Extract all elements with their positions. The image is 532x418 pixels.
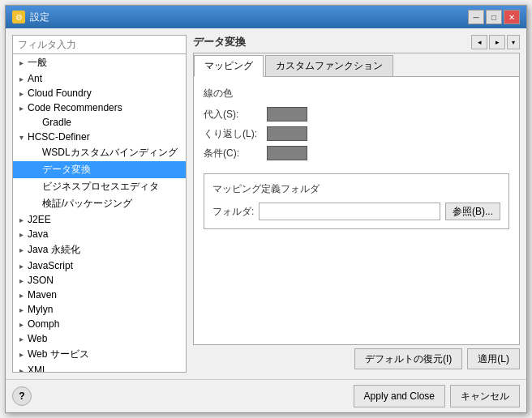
apply-button[interactable]: 適用(L) — [467, 348, 520, 369]
browse-button[interactable]: 参照(B)... — [445, 203, 500, 220]
maximize-button[interactable]: □ — [486, 10, 502, 24]
tree-label-coderecommenders: Code Recommenders — [28, 102, 122, 113]
tree-item-wsdl[interactable]: WSDLカスタムバインディング — [13, 144, 186, 161]
color-box-assignment[interactable] — [267, 107, 307, 122]
tree-label-oomph: Oomph — [28, 318, 59, 330]
tree-item-oomph[interactable]: ▸Oomph — [13, 317, 186, 331]
tree-arrow-javaeizouka: ▸ — [16, 245, 26, 254]
tree-arrow-coderecommenders: ▸ — [16, 104, 26, 113]
tree-arrow-xml: ▸ — [16, 366, 26, 373]
folder-section-title: マッピング定義フォルダ — [212, 182, 500, 196]
tab-mapping[interactable]: マッピング — [194, 55, 264, 77]
tree-label-webservice: Web サービス — [28, 348, 89, 361]
tree-arrow-ant: ▸ — [16, 75, 26, 83]
color-section: 線の色 代入(S):くり返し(L):条件(C): — [204, 87, 509, 160]
folder-section: マッピング定義フォルダ フォルダ: 参照(B)... — [204, 173, 509, 229]
tree-label-dataconv: データ変換 — [42, 163, 91, 177]
color-label-assignment: 代入(S): — [204, 108, 260, 122]
color-row-condition: 条件(C): — [204, 146, 509, 160]
nav-dropdown-button[interactable]: ▾ — [507, 35, 520, 49]
folder-row: フォルダ: 参照(B)... — [212, 203, 500, 220]
tree-label-javascript: JavaScript — [28, 260, 73, 271]
tree-label-hcsc: HCSC-Definer — [28, 131, 90, 143]
tree-arrow-j2ee: ▸ — [16, 215, 26, 224]
tree-item-maven[interactable]: ▸Maven — [13, 288, 186, 302]
tree-item-ant[interactable]: ▸Ant — [13, 71, 186, 86]
restore-defaults-button[interactable]: デフォルトの復元(I) — [354, 348, 462, 369]
section-title: データ変換 — [193, 35, 246, 49]
nav-back-button[interactable]: ◂ — [471, 35, 487, 49]
tree-label-java: Java — [28, 228, 48, 240]
tree-label-json: JSON — [28, 275, 54, 286]
title-buttons: ─ □ ✕ — [468, 10, 520, 24]
tree-item-web[interactable]: ▸Web — [13, 331, 186, 346]
cancel-button[interactable]: キャンセル — [450, 385, 520, 407]
nav-forward-button[interactable]: ▸ — [489, 35, 505, 49]
tree-label-web: Web — [28, 333, 47, 344]
tree-item-dataconv[interactable]: データ変換 — [13, 161, 186, 178]
tree-item-bizproc[interactable]: ビジネスプロセスエディタ — [13, 178, 186, 195]
tree-label-javaeizouka: Java 永続化 — [28, 243, 80, 257]
tree-arrow-cloudfoundry: ▸ — [16, 89, 26, 98]
tree-arrow-java: ▸ — [16, 230, 26, 239]
window-title: 設定 — [30, 11, 49, 24]
tree-label-wsdl: WSDLカスタムバインディング — [42, 146, 178, 160]
bottom-buttons-right: デフォルトの復元(I) 適用(L) — [193, 345, 520, 373]
tree-item-hcsc[interactable]: ▾HCSC-Definer — [13, 130, 186, 144]
tree-item-xml[interactable]: ▸XML — [13, 363, 186, 372]
close-button[interactable]: ✕ — [504, 10, 520, 24]
folder-input[interactable] — [259, 203, 440, 220]
tree-item-gradle[interactable]: Gradle — [13, 115, 186, 130]
tab-content: 線の色 代入(S):くり返し(L):条件(C): マッピング定義フォルダ フォル… — [194, 77, 519, 344]
title-bar: ⚙ 設定 ─ □ ✕ — [6, 6, 526, 28]
color-label-condition: 条件(C): — [204, 147, 260, 160]
tree-arrow-javascript: ▸ — [16, 262, 26, 271]
tree-item-mylyn[interactable]: ▸Mylyn — [13, 302, 186, 317]
tree-label-maven: Maven — [28, 289, 57, 301]
left-panel: ▸一般▸Ant▸Cloud Foundry▸Code RecommendersG… — [12, 35, 187, 373]
content-area: ▸一般▸Ant▸Cloud Foundry▸Code RecommendersG… — [6, 28, 526, 379]
tree-item-javascript[interactable]: ▸JavaScript — [13, 258, 186, 273]
nav-arrows: ◂ ▸ ▾ — [471, 35, 520, 49]
window-icon: ⚙ — [12, 11, 25, 23]
tree-item-webservice[interactable]: ▸Web サービス — [13, 346, 186, 363]
tree-item-j2ee[interactable]: ▸J2EE — [13, 212, 186, 227]
apply-close-button[interactable]: Apply and Close — [354, 385, 445, 407]
bottom-right-buttons: Apply and Close キャンセル — [354, 385, 520, 407]
panel-content: マッピングカスタムファンクション 線の色 代入(S):くり返し(L):条件(C)… — [193, 53, 520, 345]
tabs-row: マッピングカスタムファンクション — [194, 53, 519, 77]
tree-label-xml: XML — [28, 365, 48, 372]
tree-arrow-mylyn: ▸ — [16, 305, 26, 314]
tree-arrow-maven: ▸ — [16, 291, 26, 300]
tree-label-bizproc: ビジネスプロセスエディタ — [42, 180, 159, 194]
bottom-bar: ? Apply and Close キャンセル — [6, 379, 526, 412]
right-header: データ変換 ◂ ▸ ▾ — [193, 35, 520, 49]
right-panel: データ変換 ◂ ▸ ▾ マッピングカスタムファンクション 線の色 代入(S):く… — [193, 35, 520, 373]
color-label-loop: くり返し(L): — [204, 127, 260, 141]
tree-item-cloudfoundry[interactable]: ▸Cloud Foundry — [13, 86, 186, 100]
tree-arrow-hcsc: ▾ — [16, 133, 26, 142]
tree-item-ippan[interactable]: ▸一般 — [13, 54, 186, 71]
tree-item-kensho[interactable]: 検証/パッケージング — [13, 195, 186, 212]
settings-window: ⚙ 設定 ─ □ ✕ ▸一般▸Ant▸Cloud Foundry▸Code Re… — [5, 5, 527, 413]
tree-label-ippan: 一般 — [28, 56, 47, 70]
filter-input[interactable] — [13, 36, 186, 54]
help-button[interactable]: ? — [12, 386, 32, 406]
color-box-condition[interactable] — [267, 146, 307, 160]
folder-label: フォルダ: — [212, 205, 254, 219]
minimize-button[interactable]: ─ — [468, 10, 484, 24]
tab-customfunc[interactable]: カスタムファンクション — [265, 55, 393, 76]
tree-item-java[interactable]: ▸Java — [13, 227, 186, 241]
tree-item-coderecommenders[interactable]: ▸Code Recommenders — [13, 100, 186, 115]
tree-label-gradle: Gradle — [42, 117, 71, 128]
title-bar-left: ⚙ 設定 — [12, 11, 49, 24]
tree-label-cloudfoundry: Cloud Foundry — [28, 87, 92, 99]
color-row-assignment: 代入(S): — [204, 107, 509, 122]
tree-arrow-oomph: ▸ — [16, 320, 26, 329]
tree-item-json[interactable]: ▸JSON — [13, 273, 186, 288]
color-box-loop[interactable] — [267, 126, 307, 141]
tree-area: ▸一般▸Ant▸Cloud Foundry▸Code RecommendersG… — [13, 54, 186, 372]
tree-item-javaeizouka[interactable]: ▸Java 永続化 — [13, 241, 186, 258]
color-rows: 代入(S):くり返し(L):条件(C): — [204, 107, 509, 160]
tree-arrow-webservice: ▸ — [16, 350, 26, 359]
